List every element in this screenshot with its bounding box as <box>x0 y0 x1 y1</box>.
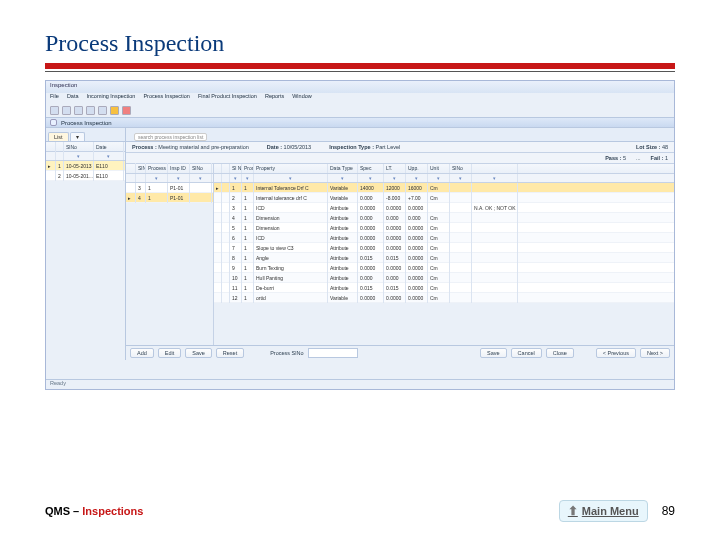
slide-footer: QMS – Inspections ⬆ Main Menu 89 <box>45 500 675 522</box>
table-row[interactable]: 31ICDAttribute0.00000.00000.0000N.A. OK … <box>214 203 674 213</box>
table-row[interactable]: 71Slope to view C3Attribute0.00000.00000… <box>214 243 674 253</box>
mid-panel: SlNo Process SlNo Insp ID SlNo ▾ ▾ ▾ <box>126 164 214 345</box>
next-button[interactable]: Next > <box>640 348 670 358</box>
table-row[interactable]: 41DimensionAttribute0.0000.0000.000Cm <box>214 213 674 223</box>
menu-reports[interactable]: Reports <box>265 93 284 103</box>
tab-other[interactable]: ▾ <box>70 132 85 141</box>
save-button[interactable]: Save <box>185 348 212 358</box>
prev-button[interactable]: < Previous <box>596 348 636 358</box>
panel-title: Process Inspection <box>61 120 112 126</box>
process-sno-field[interactable] <box>308 348 358 358</box>
statusbar: Ready <box>46 379 674 389</box>
table-row[interactable]: 3 1 P1-01 <box>126 183 213 193</box>
toolbar-icon[interactable] <box>50 106 59 115</box>
right-panel: search process inspection list Process :… <box>126 128 674 360</box>
button-row: Add Edit Save Reset Process SlNo Save Ca… <box>126 345 674 360</box>
toolbar-icon[interactable] <box>74 106 83 115</box>
menu-file[interactable]: File <box>50 93 59 103</box>
edit-button[interactable]: Edit <box>158 348 181 358</box>
filter-icon[interactable]: ▾ <box>77 153 80 159</box>
table-row[interactable]: 2 10-05-201... E110 <box>46 171 125 181</box>
app-window: Inspection File Data Incoming Inspection… <box>45 80 675 390</box>
reset-button[interactable]: Reset <box>216 348 244 358</box>
table-row[interactable]: 91Burn TextingAttribute0.00000.00000.000… <box>214 263 674 273</box>
menu-incoming[interactable]: Incoming Inspection <box>87 93 136 103</box>
toolbar-stop-icon[interactable] <box>122 106 131 115</box>
table-row[interactable]: ▸4 1 P1-01 <box>126 193 213 203</box>
title-underline <box>45 71 675 72</box>
info-bar: Process : Meeting material and pre-prepa… <box>126 142 674 153</box>
panel-icon <box>50 119 57 126</box>
left-grid-header: SlNo Date <box>46 142 125 152</box>
left-panel: List ▾ SlNo Date ▾ ▾ ▸1 10-05-2013 E110 <box>46 128 126 360</box>
table-row[interactable]: 101Hull PantingAttribute0.0000.0000.0000… <box>214 273 674 283</box>
title-redbar <box>45 63 675 69</box>
table-row[interactable]: 81AngleAttribute0.0150.0150.0000Cm <box>214 253 674 263</box>
table-row[interactable]: 21Internal tolerance drf CVariable0.000-… <box>214 193 674 203</box>
page-number: 89 <box>662 504 675 518</box>
slide-title: Process Inspection <box>45 30 675 57</box>
process-sno-label: Process SlNo <box>270 350 303 356</box>
menubar[interactable]: File Data Incoming Inspection Process In… <box>46 93 674 103</box>
menu-process[interactable]: Process Inspection <box>143 93 189 103</box>
up-arrow-icon: ⬆ <box>568 504 578 518</box>
menu-data[interactable]: Data <box>67 93 79 103</box>
toolbar-play-icon[interactable] <box>110 106 119 115</box>
search-input[interactable]: search process inspection list <box>134 133 207 141</box>
table-row[interactable]: 61ICDAttribute0.00000.00000.0000Cm <box>214 233 674 243</box>
panel-header: Process Inspection <box>46 117 674 128</box>
table-row[interactable]: 111De-burriAttribute0.0150.0150.0000Cm <box>214 283 674 293</box>
table-row[interactable]: 51DimensionAttribute0.00000.00000.0000Cm <box>214 223 674 233</box>
table-row[interactable]: ▸11Internal Tolerance Drf CVariable14000… <box>214 183 674 193</box>
close-button[interactable]: Close <box>546 348 574 358</box>
window-titlebar: Inspection <box>46 81 674 93</box>
tab-list[interactable]: List <box>48 132 69 141</box>
toolbar <box>46 103 674 117</box>
cancel-button[interactable]: Cancel <box>511 348 542 358</box>
footer-breadcrumb: QMS – Inspections <box>45 505 143 517</box>
main-grid: Sl N. Process SlNo Property Data Type Sp… <box>214 164 674 345</box>
add-button[interactable]: Add <box>130 348 154 358</box>
toolbar-icon[interactable] <box>86 106 95 115</box>
menu-window[interactable]: Window <box>292 93 312 103</box>
table-row[interactable]: ▸1 10-05-2013 E110 <box>46 161 125 171</box>
menu-final[interactable]: Final Product Inspection <box>198 93 257 103</box>
save2-button[interactable]: Save <box>480 348 507 358</box>
filter-icon[interactable]: ▾ <box>107 153 110 159</box>
main-menu-button[interactable]: ⬆ Main Menu <box>559 500 648 522</box>
info-bar-2: Pass : 5 ... Fail : 1 <box>126 153 674 164</box>
toolbar-icon[interactable] <box>62 106 71 115</box>
table-row[interactable]: 121ortidVariable0.00000.00000.0000Cm <box>214 293 674 303</box>
toolbar-icon[interactable] <box>98 106 107 115</box>
